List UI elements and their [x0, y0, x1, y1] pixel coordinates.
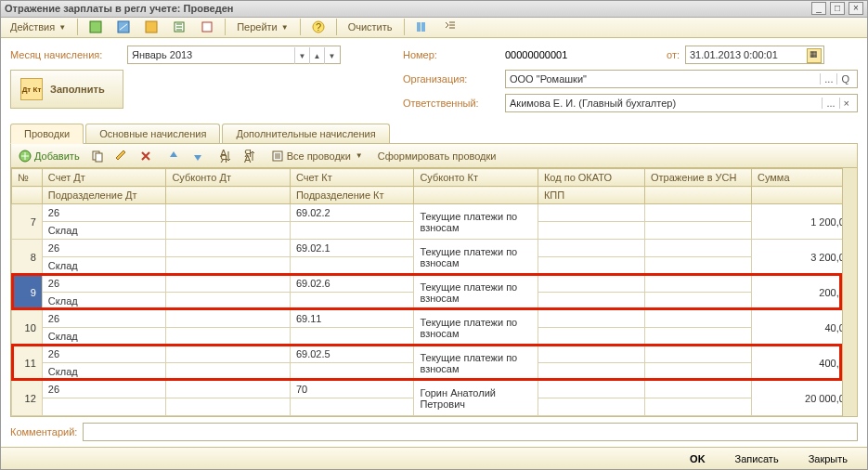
col-kt[interactable]: Счет Кт — [290, 169, 414, 187]
tab-addl-accruals[interactable]: Дополнительные начисления — [222, 124, 389, 144]
cell-subdt[interactable] — [166, 240, 291, 257]
add-row-button[interactable]: Добавить — [15, 148, 84, 164]
col-podr-kt[interactable]: Подразделение Кт — [290, 187, 414, 204]
vertical-scrollbar[interactable] — [842, 168, 857, 416]
cell-okato[interactable] — [538, 381, 644, 398]
cell-podr-dt[interactable]: Склад — [42, 363, 166, 381]
cell-kt[interactable]: 69.11 — [290, 310, 414, 328]
col-sum[interactable]: Сумма — [751, 169, 856, 187]
cell-sum[interactable]: 3 200,00 — [751, 240, 856, 275]
maximize-button[interactable]: □ — [830, 2, 845, 15]
cell-okato[interactable] — [538, 275, 644, 293]
cell-subkt[interactable]: Текущие платежи по взносам — [414, 275, 538, 310]
org-input[interactable]: ООО "Ромашки" ... Q — [505, 70, 858, 88]
cell-dt[interactable]: 26 — [42, 204, 166, 222]
form-postings-button[interactable]: Сформировать проводки — [374, 149, 500, 163]
cell-subkt[interactable]: Текущие платежи по взносам — [414, 204, 538, 240]
cell-kt[interactable]: 70 — [290, 381, 414, 398]
cell-okato[interactable] — [538, 310, 644, 328]
col-usn[interactable]: Отражение в УСН — [644, 169, 751, 187]
cell-sum[interactable]: 20 000,00 — [751, 381, 856, 416]
cell-subkt[interactable]: Текущие платежи по взносам — [414, 346, 538, 381]
cell-kt[interactable]: 69.02.6 — [290, 275, 414, 293]
cell-okato[interactable] — [538, 240, 644, 257]
col-kpp[interactable]: КПП — [538, 187, 644, 204]
cell-okato[interactable] — [538, 204, 644, 222]
resp-select-icon[interactable]: ... — [822, 98, 838, 109]
cell-podr-dt[interactable] — [42, 398, 166, 416]
cell-subdt[interactable] — [166, 346, 291, 363]
cell-sum[interactable]: 200,00 — [751, 275, 856, 310]
clear-button[interactable]: Очистить — [343, 20, 398, 34]
minimize-button[interactable]: _ — [811, 2, 826, 15]
cell-usn[interactable] — [644, 240, 751, 257]
resp-input[interactable]: Акимова Е. И. (Главный бухгалтер) ... × — [505, 94, 858, 112]
cell-usn[interactable] — [644, 346, 751, 363]
cell-dt[interactable]: 26 — [42, 381, 166, 398]
date-input[interactable]: 31.01.2013 0:00:01 ▦ — [685, 46, 824, 64]
cell-sum[interactable]: 40,00 — [751, 310, 856, 346]
grid[interactable]: № Счет Дт Субконто Дт Счет Кт Субконто К… — [11, 168, 857, 416]
table-row[interactable]: 122670Горин Анатолий Петрович20 000,00 — [12, 381, 857, 398]
cell-okato[interactable] — [538, 346, 644, 363]
cell-dt[interactable]: 26 — [42, 310, 166, 328]
actions-menu[interactable]: Действия▼ — [5, 20, 71, 34]
col-subkt[interactable]: Субконто Кт — [414, 169, 538, 187]
ok-button[interactable]: OK — [680, 450, 716, 468]
table-row[interactable]: 72669.02.2Текущие платежи по взносам1 20… — [12, 204, 857, 222]
goto-menu[interactable]: Перейти▼ — [231, 20, 294, 34]
grid-btn-down[interactable] — [188, 148, 208, 164]
fill-button[interactable]: Дт Кт Заполнить — [10, 70, 123, 109]
cell-kt[interactable]: 69.02.2 — [290, 204, 414, 222]
cell-podr-dt[interactable]: Склад — [42, 293, 166, 310]
cell-podr-dt[interactable]: Склад — [42, 222, 166, 240]
month-down-icon[interactable]: ▼ — [324, 47, 339, 64]
grid-btn-up[interactable] — [163, 148, 184, 164]
cell-dt[interactable]: 26 — [42, 275, 166, 293]
cell-usn[interactable] — [644, 381, 751, 398]
cell-kt[interactable]: 69.02.1 — [290, 240, 414, 257]
cell-dt[interactable]: 26 — [42, 346, 166, 363]
cell-usn[interactable] — [644, 275, 751, 293]
toolbar-icon-2[interactable] — [111, 19, 136, 35]
grid-btn-delete[interactable] — [136, 148, 156, 164]
table-row[interactable]: 92669.02.6Текущие платежи по взносам200,… — [12, 275, 857, 293]
month-input[interactable]: Январь 2013 ▼ ▲ ▼ — [127, 46, 341, 64]
resp-clear-icon[interactable]: × — [839, 98, 853, 109]
close-form-button[interactable]: Закрыть — [798, 450, 858, 468]
cell-subdt[interactable] — [166, 204, 291, 222]
cell-usn[interactable] — [644, 204, 751, 222]
toolbar-icon-5[interactable] — [195, 19, 219, 35]
cell-subkt[interactable]: Текущие платежи по взносам — [414, 240, 538, 275]
cell-usn[interactable] — [644, 310, 751, 328]
grid-btn-edit[interactable] — [111, 148, 132, 164]
cell-dt[interactable]: 26 — [42, 240, 166, 257]
tab-provodki[interactable]: Проводки — [10, 124, 84, 144]
cell-sum[interactable]: 1 200,00 — [751, 204, 856, 240]
save-button[interactable]: Записать — [725, 450, 789, 468]
month-dropdown-icon[interactable]: ▼ — [294, 47, 309, 64]
toolbar-icon-3[interactable] — [139, 19, 163, 35]
toolbar-icon-6[interactable] — [410, 19, 434, 35]
cell-podr-dt[interactable]: Склад — [42, 328, 166, 346]
table-row[interactable]: 82669.02.1Текущие платежи по взносам3 20… — [12, 240, 857, 257]
calendar-icon[interactable]: ▦ — [807, 48, 822, 63]
help-icon[interactable]: ? — [306, 19, 330, 35]
grid-btn-sort-desc[interactable]: ЯA — [240, 148, 260, 164]
col-subdt[interactable]: Субконто Дт — [166, 169, 291, 187]
table-row[interactable]: 102669.11Текущие платежи по взносам40,00 — [12, 310, 857, 328]
col-okato[interactable]: Код по ОКАТО — [538, 169, 644, 187]
col-num[interactable]: № — [12, 169, 43, 187]
cell-podr-dt[interactable]: Склад — [42, 257, 166, 275]
table-row[interactable]: 112669.02.5Текущие платежи по взносам400… — [12, 346, 857, 363]
col-dt[interactable]: Счет Дт — [42, 169, 166, 187]
grid-btn-sort-asc[interactable]: AЯ — [215, 148, 236, 164]
org-select-icon[interactable]: ... — [820, 73, 836, 85]
cell-sum[interactable]: 400,00 — [751, 346, 856, 381]
toolbar-icon-7[interactable] — [438, 19, 462, 35]
cell-subkt[interactable]: Горин Анатолий Петрович — [414, 381, 538, 416]
toolbar-icon-1[interactable] — [84, 19, 108, 35]
toolbar-icon-4[interactable] — [167, 19, 191, 35]
tab-main-accruals[interactable]: Основные начисления — [85, 124, 220, 144]
cell-subkt[interactable]: Текущие платежи по взносам — [414, 310, 538, 346]
